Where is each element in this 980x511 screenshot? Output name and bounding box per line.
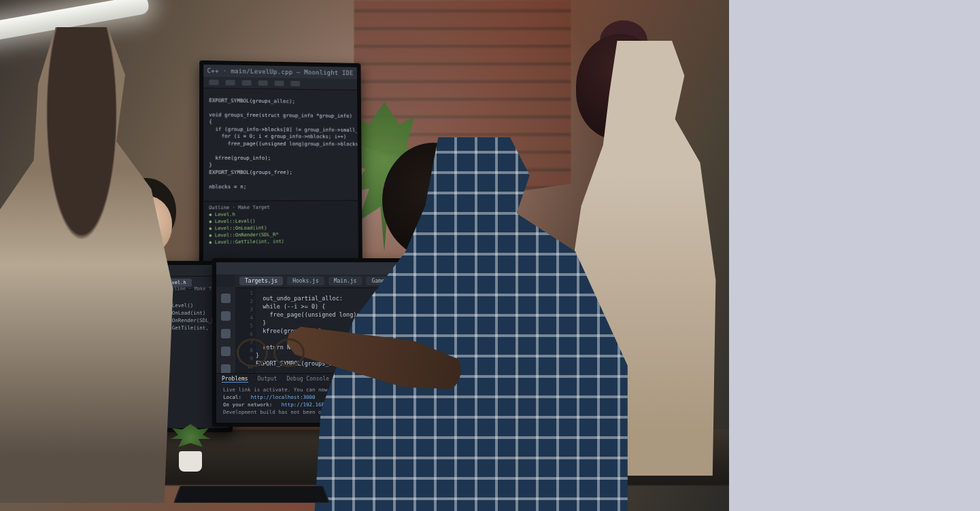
outline-item: ◆ Level::GetTile(int, int) (209, 237, 353, 246)
panel-tab[interactable]: Output (258, 376, 277, 383)
branch-icon[interactable] (221, 329, 231, 338)
photo-area: C++ · main/LevelUp.cpp — Moonlight IDE E… (0, 0, 729, 511)
panel-tab[interactable]: Problems (222, 376, 248, 383)
scene-root: C++ · main/LevelUp.cpp — Moonlight IDE E… (0, 0, 980, 511)
tab[interactable]: Hooks.js (287, 277, 324, 285)
code-editor: EXPORT_SYMBOL(groups_alloc); void groups… (209, 97, 355, 191)
tab[interactable]: Targets.js (239, 277, 283, 285)
blank-sidebar (729, 0, 980, 511)
panel-tab[interactable]: Debug Console (286, 376, 329, 383)
tab[interactable]: Main.js (328, 277, 362, 285)
window-title (216, 262, 418, 275)
activity-bar (216, 287, 235, 374)
search-icon[interactable] (221, 311, 231, 321)
extensions-icon[interactable] (221, 364, 231, 374)
person-left (0, 27, 190, 503)
files-icon[interactable] (221, 294, 231, 303)
keyboard (173, 486, 330, 503)
monitor-back: C++ · main/LevelUp.cpp — Moonlight IDE E… (199, 60, 362, 275)
desk-plant (170, 424, 211, 472)
eyeglasses-held (237, 333, 305, 367)
debug-icon[interactable] (221, 347, 231, 356)
toolbar (203, 77, 357, 90)
window-title: C++ · main/LevelUp.cpp — Moonlight IDE (203, 65, 357, 79)
